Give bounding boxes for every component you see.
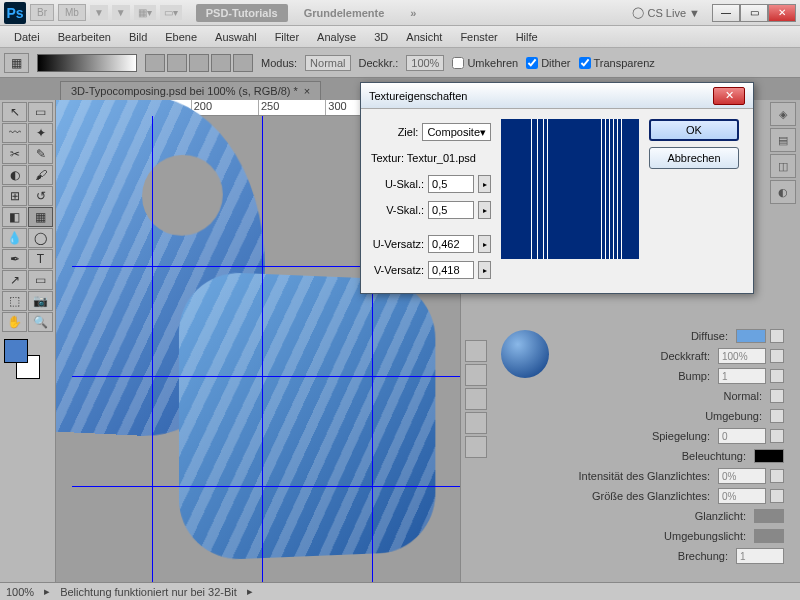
color-swatches[interactable] (2, 339, 42, 379)
blur-tool[interactable]: 💧 (2, 228, 27, 248)
deckkr-value[interactable]: 100% (406, 55, 444, 71)
uskal-spinner[interactable]: ▸ (478, 175, 491, 193)
zoom-level[interactable]: 100% (6, 586, 34, 598)
gradient-reflected[interactable] (211, 54, 231, 72)
workspace-tab-other[interactable]: Grundelemente (294, 4, 395, 22)
dialog-close-button[interactable]: ✕ (713, 87, 745, 105)
diffuse-menu-icon[interactable] (770, 329, 784, 343)
screen-dropdown[interactable]: ▭▾ (160, 5, 182, 20)
glanz-swatch[interactable] (754, 509, 784, 523)
arrange-dropdown[interactable]: ▦▾ (134, 5, 156, 20)
transparenz-check[interactable]: Transparenz (579, 57, 655, 69)
dither-check[interactable]: Dither (526, 57, 570, 69)
umgebung-menu-icon[interactable] (770, 409, 784, 423)
modus-select[interactable]: Normal (305, 55, 350, 71)
workspace-tab-active[interactable]: PSD-Tutorials (196, 4, 288, 22)
layers-icon[interactable]: ◈ (770, 102, 796, 126)
shape-tool[interactable]: ▭ (28, 270, 53, 290)
cancel-button[interactable]: Abbrechen (649, 147, 739, 169)
uvers-spinner[interactable]: ▸ (478, 235, 491, 253)
3d-light-icon[interactable] (465, 412, 487, 434)
hand-tool[interactable]: ✋ (2, 312, 27, 332)
gradient-linear[interactable] (145, 54, 165, 72)
stamp-tool[interactable]: ⊞ (2, 186, 27, 206)
maximize-button[interactable]: ▭ (740, 4, 768, 22)
intens-menu-icon[interactable] (770, 469, 784, 483)
deckkraft-menu-icon[interactable] (770, 349, 784, 363)
brush-tool[interactable]: 🖌 (28, 165, 53, 185)
diffuse-swatch[interactable] (736, 329, 766, 343)
lasso-tool[interactable]: 〰 (2, 123, 27, 143)
gradient-angle[interactable] (189, 54, 209, 72)
umgl-swatch[interactable] (754, 529, 784, 543)
3d-add-icon[interactable] (465, 436, 487, 458)
menu-bearbeiten[interactable]: Bearbeiten (50, 28, 119, 46)
close-button[interactable]: ✕ (768, 4, 796, 22)
foreground-color[interactable] (4, 339, 28, 363)
material-preview[interactable] (501, 330, 549, 378)
channels-icon[interactable]: ▤ (770, 128, 796, 152)
groesse-menu-icon[interactable] (770, 489, 784, 503)
menu-filter[interactable]: Filter (267, 28, 307, 46)
menu-ansicht[interactable]: Ansicht (398, 28, 450, 46)
3d-tool[interactable]: ⬚ (2, 291, 27, 311)
vskal-input[interactable] (428, 201, 474, 219)
bridge-button[interactable]: Br (30, 4, 54, 21)
zoom-dropdown[interactable]: ▼ (112, 5, 130, 20)
spiegelung-menu-icon[interactable] (770, 429, 784, 443)
move-tool[interactable]: ↖ (2, 102, 27, 122)
bump-input[interactable] (718, 368, 766, 384)
3d-filter-icon[interactable] (465, 340, 487, 362)
beleuchtung-swatch[interactable] (754, 449, 784, 463)
menu-3d[interactable]: 3D (366, 28, 396, 46)
uskal-input[interactable] (428, 175, 474, 193)
dialog-titlebar[interactable]: Textureigenschaften ✕ (361, 83, 753, 109)
menu-bild[interactable]: Bild (121, 28, 155, 46)
heal-tool[interactable]: ◐ (2, 165, 27, 185)
minimize-button[interactable]: — (712, 4, 740, 22)
bump-menu-icon[interactable] (770, 369, 784, 383)
uvers-input[interactable] (428, 235, 474, 253)
workspace-more[interactable]: » (400, 4, 426, 22)
gradient-diamond[interactable] (233, 54, 253, 72)
type-tool[interactable]: T (28, 249, 53, 269)
3d-material-icon[interactable] (465, 388, 487, 410)
gradient-tool-icon[interactable]: ▦ (4, 53, 29, 73)
spiegelung-input[interactable] (718, 428, 766, 444)
path-tool[interactable]: ↗ (2, 270, 27, 290)
tab-close-icon[interactable]: × (304, 85, 310, 97)
groesse-input[interactable] (718, 488, 766, 504)
menu-datei[interactable]: Datei (6, 28, 48, 46)
intens-input[interactable] (718, 468, 766, 484)
menu-hilfe[interactable]: Hilfe (508, 28, 546, 46)
view-dropdown[interactable]: ▼ (90, 5, 108, 20)
ok-button[interactable]: OK (649, 119, 739, 141)
umkehren-check[interactable]: Umkehren (452, 57, 518, 69)
eyedropper-tool[interactable]: ✎ (28, 144, 53, 164)
adjustments-icon[interactable]: ◐ (770, 180, 796, 204)
zoom-tool[interactable]: 🔍 (28, 312, 53, 332)
vskal-spinner[interactable]: ▸ (478, 201, 491, 219)
3d-camera-tool[interactable]: 📷 (28, 291, 53, 311)
dodge-tool[interactable]: ◯ (28, 228, 53, 248)
menu-analyse[interactable]: Analyse (309, 28, 364, 46)
menu-fenster[interactable]: Fenster (452, 28, 505, 46)
minibridge-button[interactable]: Mb (58, 4, 86, 21)
gradient-tool[interactable]: ▦ (28, 207, 53, 227)
gradient-radial[interactable] (167, 54, 187, 72)
eraser-tool[interactable]: ◧ (2, 207, 27, 227)
brech-input[interactable] (736, 548, 784, 564)
vvers-input[interactable] (428, 261, 474, 279)
cslive-button[interactable]: ◯CS Live ▼ (632, 6, 700, 19)
marquee-tool[interactable]: ▭ (28, 102, 53, 122)
pen-tool[interactable]: ✒ (2, 249, 27, 269)
document-tab[interactable]: 3D-Typocomposing.psd bei 100% (s, RGB/8)… (60, 81, 321, 100)
crop-tool[interactable]: ✂ (2, 144, 27, 164)
menu-auswahl[interactable]: Auswahl (207, 28, 265, 46)
ziel-select[interactable]: Composite▾ (422, 123, 491, 141)
wand-tool[interactable]: ✦ (28, 123, 53, 143)
paths-icon[interactable]: ◫ (770, 154, 796, 178)
deckkraft-input[interactable] (718, 348, 766, 364)
vvers-spinner[interactable]: ▸ (478, 261, 491, 279)
3d-mesh-icon[interactable] (465, 364, 487, 386)
